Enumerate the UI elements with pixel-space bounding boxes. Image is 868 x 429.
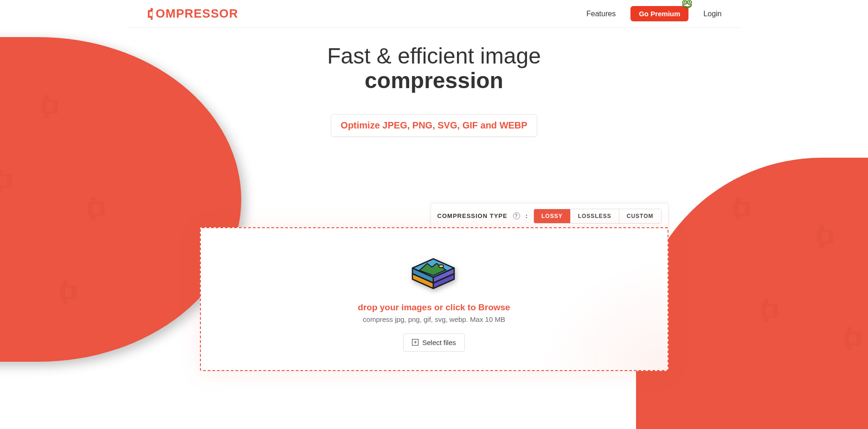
nav-login[interactable]: Login bbox=[703, 10, 721, 18]
frog-icon bbox=[681, 0, 694, 10]
hero-title-bold: compression bbox=[0, 69, 868, 93]
svg-point-5 bbox=[684, 1, 685, 2]
select-files-button[interactable]: + Select files bbox=[403, 333, 465, 352]
plus-icon: + bbox=[412, 339, 418, 346]
hero-title: Fast & efficient image compression bbox=[0, 44, 868, 93]
help-icon[interactable]: ? bbox=[513, 212, 520, 219]
option-lossy[interactable]: LOSSY bbox=[534, 209, 571, 223]
compression-segmented: LOSSY LOSSLESS CUSTOM bbox=[534, 209, 661, 224]
compression-type-bar: COMPRESSION TYPE ? : LOSSY LOSSLESS CUST… bbox=[431, 203, 669, 229]
option-lossless[interactable]: LOSSLESS bbox=[571, 209, 619, 223]
nav-features[interactable]: Features bbox=[586, 10, 616, 18]
nav: Features Go Premium Login bbox=[586, 6, 721, 21]
svg-point-6 bbox=[689, 1, 690, 2]
dropzone[interactable]: drop your images or click to Browse comp… bbox=[200, 227, 669, 371]
logo[interactable]: OMPRESSOR bbox=[147, 6, 238, 21]
hero-title-light: Fast & efficient image bbox=[327, 44, 541, 68]
select-files-label: Select files bbox=[422, 339, 456, 346]
decorative-swoosh bbox=[538, 259, 668, 370]
header: OMPRESSOR Features Go Premium Login bbox=[128, 0, 740, 28]
dropzone-title: drop your images or click to Browse bbox=[210, 302, 658, 313]
logo-text: OMPRESSOR bbox=[156, 6, 238, 21]
go-premium-button[interactable]: Go Premium bbox=[630, 6, 688, 21]
clamp-icon bbox=[147, 8, 157, 20]
hero: Fast & efficient image compression Optim… bbox=[0, 28, 868, 137]
uploader: COMPRESSION TYPE ? : LOSSY LOSSLESS CUST… bbox=[200, 227, 669, 371]
formats-box: Optimize JPEG, PNG, SVG, GIF and WEBP bbox=[331, 114, 537, 137]
option-custom[interactable]: CUSTOM bbox=[619, 209, 661, 223]
dropzone-subtitle: compress jpg, png, gif, svg, webp. Max 1… bbox=[210, 315, 658, 323]
svg-rect-0 bbox=[150, 9, 153, 10]
premium-label: Go Premium bbox=[639, 10, 680, 18]
svg-point-7 bbox=[439, 265, 444, 268]
image-stack-icon bbox=[409, 256, 460, 293]
compression-type-label: COMPRESSION TYPE bbox=[437, 212, 508, 219]
decorative-blob-right bbox=[636, 158, 868, 429]
compression-colon: : bbox=[526, 212, 528, 219]
